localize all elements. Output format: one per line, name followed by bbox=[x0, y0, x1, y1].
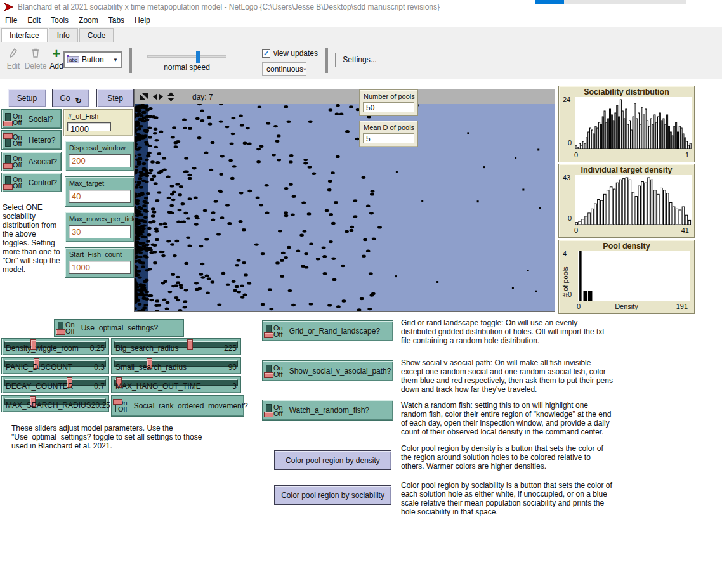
plot-area bbox=[575, 97, 692, 149]
menu-tabs[interactable]: Tabs bbox=[103, 14, 129, 27]
slider-value: 225 bbox=[224, 344, 237, 353]
switch-track[interactable] bbox=[5, 134, 11, 147]
switch-use-optimal-settings[interactable]: OnOffUse_optimal_settings? bbox=[54, 319, 184, 337]
input-label: Start_Fish_count bbox=[69, 251, 122, 258]
tab-info[interactable]: Info bbox=[49, 28, 78, 43]
plot-area bbox=[578, 251, 690, 301]
menu-help[interactable]: Help bbox=[129, 14, 155, 27]
delete-tool-button[interactable]: Delete bbox=[24, 48, 47, 70]
monitor-number-of-pools: Number of pools50 bbox=[359, 89, 418, 116]
simulation-canvas[interactable] bbox=[135, 104, 555, 311]
switch-track[interactable] bbox=[266, 325, 272, 337]
monitor-value: 50 bbox=[363, 102, 414, 112]
x-min-tick: 0 bbox=[574, 151, 578, 159]
input-field[interactable]: 40 bbox=[69, 190, 131, 203]
switch-knob[interactable] bbox=[3, 121, 13, 126]
slider-value: 3 bbox=[232, 382, 237, 391]
switch-watch-a-random-fish[interactable]: OnOffWatch_a_random_fish? bbox=[262, 400, 393, 421]
checkbox-checked-icon[interactable]: ✓ bbox=[262, 49, 270, 58]
tab-code[interactable]: Code bbox=[79, 28, 114, 43]
edit-tool-button[interactable]: Edit bbox=[4, 48, 23, 70]
slider-label: DECAY_COUNTER bbox=[6, 382, 73, 391]
tab-interface[interactable]: Interface bbox=[1, 28, 48, 43]
switch-knob[interactable] bbox=[3, 133, 13, 139]
background-window-edge bbox=[564, 0, 686, 4]
input-field[interactable]: 200 bbox=[69, 154, 131, 167]
view-updates-toggle[interactable]: ✓ view updates bbox=[262, 49, 318, 58]
input-max-target[interactable]: Max_target40 bbox=[65, 176, 135, 207]
switch-control[interactable]: OnOffControl? bbox=[1, 173, 62, 192]
menu-edit[interactable]: Edit bbox=[22, 14, 46, 27]
switch-grid-or-rand-landscape[interactable]: OnOffGrid_or_Rand_landscape? bbox=[262, 320, 393, 341]
switch-asocial[interactable]: OnOffAsocial? bbox=[1, 152, 62, 171]
input-label: Max_target bbox=[69, 180, 104, 187]
switch-track[interactable] bbox=[5, 176, 11, 189]
switch-track[interactable] bbox=[58, 322, 63, 334]
switch-knob[interactable] bbox=[3, 184, 13, 190]
slider-decay-counter[interactable]: DECAY_COUNTER0.7 bbox=[1, 376, 109, 393]
slider-value: 0.7 bbox=[94, 382, 105, 391]
description-watch-fish: Watch a random fish: setting this to on … bbox=[401, 401, 614, 436]
switch-label: Asocial? bbox=[29, 157, 57, 166]
switch-knob[interactable] bbox=[264, 332, 273, 338]
title-bar: Blanchard et al 2021 sociability x time … bbox=[0, 0, 722, 14]
netlogo-window: { "window": { "title": "Blanchard et al … bbox=[0, 0, 722, 588]
vertical-arrows-icon[interactable] bbox=[167, 92, 174, 101]
slider-max-hang-out-time[interactable]: MAX_HANG_OUT_TIME3 bbox=[111, 376, 241, 393]
switch-track[interactable] bbox=[115, 400, 116, 412]
switch-knob[interactable] bbox=[264, 412, 273, 417]
setup-button[interactable]: Setup bbox=[8, 89, 46, 107]
speed-slider[interactable] bbox=[147, 55, 226, 58]
switch-track[interactable] bbox=[5, 155, 11, 168]
slider-max-search-radius2[interactable]: MAX_SEARCH_RADIUS20.25 bbox=[1, 395, 109, 412]
switch-knob[interactable] bbox=[3, 163, 13, 169]
go-button[interactable]: Go↻ bbox=[52, 89, 89, 107]
slider-panic-discount[interactable]: PANIC_DISCOUNT0.3 bbox=[1, 357, 109, 374]
update-mode-dropdown[interactable]: continuous˅ bbox=[262, 62, 306, 76]
switch-show-social-v-asocial-path[interactable]: OnOffShow_social_v_asocial_path? bbox=[262, 360, 393, 381]
widget-type-dropdown[interactable]: abc Button ▼ bbox=[63, 51, 122, 68]
y-min-tick: 0 bbox=[568, 214, 572, 222]
input-field[interactable]: 1000 bbox=[69, 261, 131, 274]
menu-tools[interactable]: Tools bbox=[46, 14, 74, 27]
speed-slider-knob[interactable] bbox=[196, 51, 200, 63]
add-widget-button[interactable]: +Add bbox=[48, 48, 65, 70]
input-max-moves-per-tick[interactable]: Max_moves_per_tick30 bbox=[65, 212, 135, 242]
switch-knob[interactable] bbox=[264, 372, 273, 378]
day-counter: day: 7 bbox=[192, 93, 213, 101]
switch-label: Watch_a_random_fish? bbox=[289, 406, 369, 415]
step-button[interactable]: Step bbox=[96, 89, 134, 107]
switch-track[interactable] bbox=[5, 113, 11, 126]
switch-track[interactable] bbox=[266, 365, 272, 377]
chevron-down-icon: ˅ bbox=[303, 67, 306, 72]
menu-zoom[interactable]: Zoom bbox=[74, 14, 103, 27]
switch-hetero[interactable]: OnOffHetero? bbox=[1, 130, 62, 150]
switch-knob[interactable] bbox=[113, 399, 122, 405]
color-pool-by-sociability-button[interactable]: Color pool region by sociability bbox=[274, 485, 391, 505]
color-pool-by-density-button[interactable]: Color pool region by density bbox=[274, 450, 391, 470]
slider-note: These sliders adjust model parameters. U… bbox=[11, 424, 218, 450]
world-view[interactable]: day: 7 bbox=[134, 89, 555, 312]
monitor-value: 5 bbox=[363, 133, 414, 143]
horizontal-arrows-icon[interactable] bbox=[153, 93, 163, 100]
view-resize-icon[interactable] bbox=[139, 92, 148, 101]
input-start-fish-count[interactable]: Start_Fish_count1000 bbox=[65, 247, 135, 278]
input-dispersal-window[interactable]: Dispersal_window200 bbox=[65, 141, 135, 171]
menu-file[interactable]: File bbox=[0, 14, 22, 27]
switch-knob[interactable] bbox=[56, 329, 65, 335]
plot-pool-density: Pool density400191Density# of pools bbox=[558, 240, 695, 314]
slider-density-wiggle-room[interactable]: Density_wiggle_room0.25 bbox=[1, 338, 109, 355]
input-field[interactable]: 30 bbox=[69, 225, 131, 238]
input-field[interactable]: 1000 bbox=[67, 122, 111, 131]
plot-area bbox=[575, 175, 692, 225]
switch-social-rank-ordered-movement[interactable]: OnOffSocial_rank_ordered_movement? bbox=[111, 395, 244, 417]
slider-small-search-radius[interactable]: Small_search_radius90 bbox=[111, 357, 241, 374]
switch-social[interactable]: OnOffSocial? bbox=[1, 109, 62, 129]
x-max-tick: 41 bbox=[681, 226, 689, 234]
input-number-of-fish[interactable]: #_of_Fish1000 bbox=[63, 109, 133, 136]
plot-title: Sociability distribution bbox=[559, 88, 694, 96]
switch-track[interactable] bbox=[266, 404, 272, 417]
settings-button[interactable]: Settings... bbox=[335, 53, 384, 67]
slider-big-search-radius[interactable]: Big_search_radius225 bbox=[111, 338, 241, 355]
switch-state-labels: OnOff bbox=[13, 176, 22, 189]
